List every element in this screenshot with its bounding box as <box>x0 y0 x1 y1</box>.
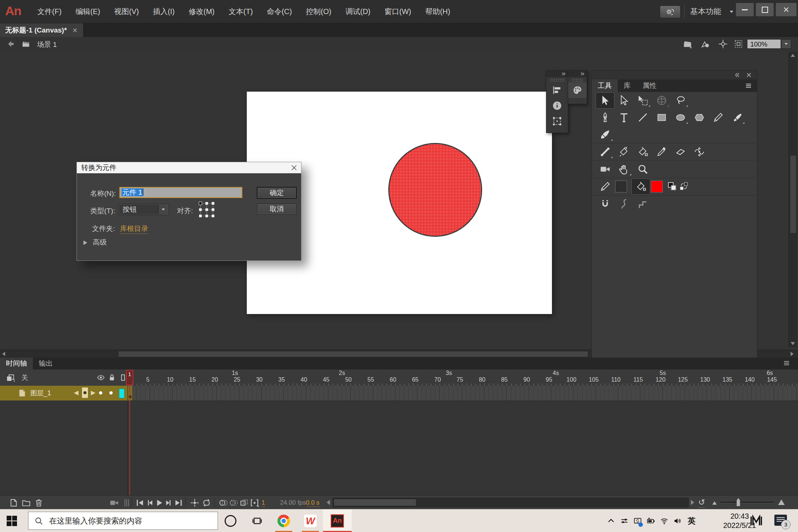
panel-grip[interactable] <box>550 78 564 82</box>
ok-button[interactable]: 确定 <box>258 188 296 198</box>
taskbar-clock[interactable]: 20:43 2022/5/21 <box>706 512 773 530</box>
transform-panel-icon[interactable] <box>546 113 568 129</box>
camera-toggle-button[interactable] <box>109 498 119 508</box>
zoom-tool-icon[interactable] <box>633 161 652 177</box>
stroke-color-swatch[interactable] <box>615 181 627 192</box>
scroll-left-icon[interactable] <box>2 352 5 356</box>
loop-playback-button[interactable] <box>202 498 211 508</box>
pen-tool-icon[interactable] <box>596 109 614 126</box>
advanced-expander-icon[interactable] <box>83 241 87 245</box>
timeline-tab-输出[interactable]: 输出 <box>33 358 59 369</box>
go-to-first-frame-button[interactable] <box>135 498 145 508</box>
polystar-tool-icon[interactable] <box>690 109 709 126</box>
snap-to-objects-toggle-icon[interactable] <box>596 196 614 212</box>
registration-point[interactable] <box>199 208 202 211</box>
zoom-out-timeline-icon[interactable] <box>712 501 717 505</box>
current-frame-value[interactable]: 1 <box>262 499 265 507</box>
chevron-down-icon[interactable] <box>729 9 734 15</box>
m-logo-tray-icon[interactable] <box>750 515 763 527</box>
marker-lines-icon[interactable] <box>122 498 132 508</box>
cancel-button[interactable]: 取消 <box>258 204 296 214</box>
workspace-switcher[interactable]: 基本功能 <box>690 6 721 17</box>
collapse-panel-icon[interactable] <box>734 72 740 78</box>
back-arrow-icon[interactable] <box>6 40 15 48</box>
taskbar-search-box[interactable] <box>28 512 218 530</box>
menu-item-调试(D)[interactable]: 调试(D) <box>338 0 378 23</box>
menu-item-修改(M)[interactable]: 修改(M) <box>182 0 222 23</box>
menu-item-视图(V)[interactable]: 视图(V) <box>107 0 146 23</box>
tray-cast-icon[interactable] <box>631 509 644 532</box>
edit-multiple-frames-button[interactable] <box>239 498 249 508</box>
camera-tool-icon[interactable] <box>596 161 614 177</box>
dialog-title[interactable]: 转换为元件 <box>77 162 301 173</box>
search-input[interactable] <box>48 516 209 526</box>
tab-close-icon[interactable] <box>72 27 78 33</box>
scroll-down-icon[interactable] <box>791 342 795 345</box>
document-tab[interactable]: 无标题-1 (Canvas)* <box>0 23 83 37</box>
edit-symbol-icon[interactable] <box>700 39 710 49</box>
lasso-tool-icon[interactable] <box>671 92 690 109</box>
tray-settings-icon[interactable] <box>618 509 631 532</box>
step-back-button[interactable] <box>145 498 154 508</box>
timeline-column-divider[interactable] <box>127 401 128 495</box>
registration-point[interactable] <box>211 208 215 211</box>
ime-indicator[interactable]: 英 <box>684 509 699 532</box>
go-to-last-frame-button[interactable] <box>174 498 183 508</box>
registration-point[interactable] <box>211 202 215 205</box>
straighten-mode-button-icon[interactable] <box>633 196 652 212</box>
default-colors-icon[interactable] <box>667 181 678 192</box>
maximize-button[interactable] <box>756 3 774 16</box>
symbol-type-dropdown[interactable]: 按钮 <box>119 204 168 215</box>
registration-point[interactable] <box>205 202 208 205</box>
elapsed-time-value[interactable]: 0.0 s <box>306 499 320 507</box>
frames-band[interactable] <box>128 386 798 401</box>
dropdown-arrow-icon[interactable] <box>158 205 168 214</box>
align-panel-icon[interactable] <box>546 82 568 98</box>
symbol-name-input[interactable]: 元件 1 <box>119 187 242 198</box>
expand-panel-icon[interactable] <box>546 71 568 77</box>
advanced-label[interactable]: 高级 <box>93 238 107 247</box>
timeline-menu-icon[interactable] <box>783 360 790 366</box>
minimize-button[interactable] <box>736 3 754 16</box>
3d-rotation-tool-icon[interactable] <box>652 92 671 109</box>
timeline-zoom-slider[interactable] <box>720 502 774 503</box>
scene-name[interactable]: 场景 1 <box>37 40 57 50</box>
menu-item-控制(O)[interactable]: 控制(O) <box>299 0 338 23</box>
stroke-color-control[interactable] <box>596 178 614 195</box>
folder-link[interactable]: 库根目录 <box>120 224 148 234</box>
stage-hscroll-thumb[interactable] <box>118 351 588 357</box>
eyedropper-tool-icon[interactable] <box>652 144 671 160</box>
menu-item-编辑(E)[interactable]: 编辑(E) <box>69 0 108 23</box>
center-frame-button[interactable] <box>190 498 200 508</box>
paint-bucket-tool-icon[interactable] <box>633 144 652 160</box>
registration-point[interactable] <box>199 214 202 218</box>
wifi-icon[interactable] <box>658 509 671 532</box>
panel-menu-icon[interactable] <box>745 82 752 89</box>
start-button[interactable] <box>7 516 17 526</box>
registration-point-grid[interactable] <box>199 202 215 218</box>
wps-taskbar-icon[interactable]: W <box>300 509 321 532</box>
panel-tab-库[interactable]: 库 <box>618 79 637 92</box>
menu-item-命令(C)[interactable]: 命令(C) <box>260 0 299 23</box>
rectangle-tool-icon[interactable] <box>652 109 671 126</box>
zoom-in-timeline-icon[interactable] <box>778 499 785 505</box>
registration-point-topleft[interactable] <box>199 202 202 205</box>
eraser-tool-icon[interactable] <box>671 144 690 160</box>
selected-red-circle-shape[interactable] <box>388 143 482 237</box>
menu-item-插入(I)[interactable]: 插入(I) <box>146 0 182 23</box>
timeline-empty-area[interactable] <box>0 401 798 495</box>
pencil-tool-icon[interactable] <box>709 109 727 126</box>
menu-item-文件(F)[interactable]: 文件(F) <box>30 0 69 23</box>
menu-item-帮助(H)[interactable]: 帮助(H) <box>418 0 457 23</box>
info-panel-icon[interactable] <box>546 98 568 113</box>
fill-color-control[interactable] <box>631 178 650 195</box>
menu-item-窗口(W)[interactable]: 窗口(W) <box>378 0 418 23</box>
fill-color-swatch[interactable] <box>651 181 663 192</box>
close-button[interactable] <box>776 3 797 16</box>
panel-grip[interactable] <box>572 78 583 82</box>
notification-count-badge[interactable]: 3 <box>781 520 791 529</box>
edit-scene-icon[interactable] <box>683 39 692 49</box>
reset-timeline-zoom-button[interactable]: ↺ <box>698 498 705 508</box>
center-stage-icon[interactable] <box>718 39 728 49</box>
scroll-up-icon[interactable] <box>791 54 795 57</box>
